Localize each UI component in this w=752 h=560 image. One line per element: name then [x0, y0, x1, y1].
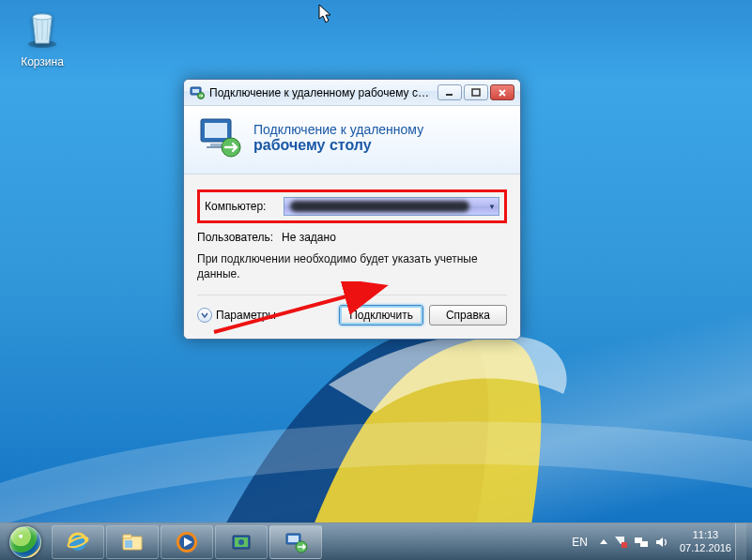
close-button[interactable] [490, 84, 514, 100]
taskbar-ie[interactable] [52, 525, 104, 559]
recycle-bin-icon[interactable]: Корзина [8, 6, 77, 68]
svg-rect-8 [210, 144, 222, 146]
svg-rect-23 [288, 536, 299, 542]
banner-line1: Подключение к удаленному [253, 122, 423, 137]
taskbar: EN 11:13 07.12.2016 [0, 522, 752, 560]
credentials-notice: При подключении необходимо будет указать… [197, 251, 507, 281]
clock[interactable]: 11:13 07.12.2016 [680, 529, 731, 555]
svg-rect-15 [123, 535, 131, 538]
svg-rect-3 [192, 89, 199, 93]
window-title: Подключение к удаленному рабочему столу [209, 86, 433, 99]
svg-point-1 [33, 14, 52, 20]
volume-icon[interactable] [654, 535, 669, 550]
computer-combobox[interactable]: ▼ [284, 197, 499, 216]
taskbar-remote-desktop[interactable] [269, 525, 322, 559]
chevron-down-icon: ▼ [488, 203, 496, 211]
taskbar-explorer[interactable] [106, 525, 159, 559]
computer-field-highlight: Компьютер: ▼ [197, 189, 507, 223]
svg-rect-16 [125, 540, 132, 548]
svg-point-21 [238, 539, 244, 545]
taskbar-settings[interactable] [215, 525, 268, 559]
clock-date: 07.12.2016 [680, 542, 731, 555]
annotation-arrow-icon [210, 281, 398, 338]
remote-desktop-banner-icon [197, 115, 242, 160]
action-center-icon[interactable] [613, 535, 628, 550]
svg-rect-25 [622, 542, 627, 548]
dialog-banner: Подключение к удаленному рабочему столу [184, 106, 520, 174]
show-desktop-button[interactable] [735, 523, 746, 561]
user-value: Не задано [282, 231, 336, 244]
taskbar-media-player[interactable] [161, 525, 213, 559]
svg-rect-5 [472, 89, 480, 96]
mouse-cursor-icon [318, 4, 333, 24]
help-button[interactable]: Справка [429, 305, 507, 325]
recycle-bin-label: Корзина [8, 55, 77, 68]
clock-time: 11:13 [680, 529, 731, 542]
remote-desktop-icon [190, 85, 205, 100]
network-icon[interactable] [634, 535, 649, 550]
computer-label: Компьютер: [205, 200, 278, 213]
minimize-button[interactable] [437, 84, 462, 100]
svg-rect-7 [205, 123, 227, 138]
titlebar[interactable]: Подключение к удаленному рабочему столу [184, 80, 520, 106]
banner-line2: рабочему столу [253, 137, 423, 154]
start-button[interactable] [0, 523, 51, 561]
system-tray: EN 11:13 07.12.2016 [562, 523, 752, 560]
computer-value-redacted [290, 201, 469, 212]
language-indicator[interactable]: EN [572, 536, 588, 549]
user-label: Пользователь: [197, 231, 276, 244]
svg-line-11 [214, 287, 381, 332]
maximize-button[interactable] [464, 84, 488, 100]
tray-overflow-icon[interactable] [597, 536, 610, 549]
svg-rect-27 [640, 541, 648, 547]
